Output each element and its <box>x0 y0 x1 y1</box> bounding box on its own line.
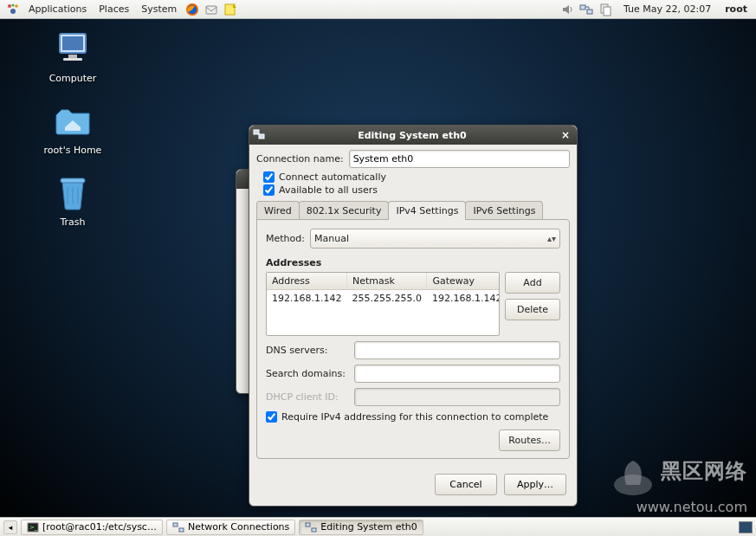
connection-name-input[interactable] <box>349 150 570 168</box>
watermark-line1: 黑区网络 <box>661 459 747 483</box>
panel-hide-button[interactable]: ◂ <box>3 520 17 534</box>
desktop-icon-label: root's Home <box>35 145 111 156</box>
mail-icon[interactable] <box>204 3 218 16</box>
cell-netmask: 255.255.255.0 <box>346 290 426 307</box>
tab-wired[interactable]: Wired <box>256 201 300 220</box>
chevron-updown-icon: ▴▾ <box>547 234 556 243</box>
svg-rect-22 <box>173 523 178 526</box>
available-all-users-label: Available to all users <box>279 184 378 196</box>
firefox-icon[interactable] <box>185 3 199 16</box>
search-domains-label: Search domains: <box>266 368 349 379</box>
require-ipv4-label: Require IPv4 addressing for this connect… <box>281 411 548 423</box>
svg-rect-14 <box>68 55 77 58</box>
ipv4-settings-panel: Method: Manual ▴▾ Addresses Address Netm… <box>256 219 570 459</box>
bottom-panel: ◂ >_ [root@rac01:/etc/sysc… Network Conn… <box>0 517 756 536</box>
network-icon <box>172 521 184 533</box>
svg-rect-11 <box>604 7 611 16</box>
method-value: Manual <box>314 233 349 244</box>
cell-gateway: 192.168.1.142 <box>427 290 500 307</box>
clipboard-icon[interactable] <box>598 3 612 16</box>
dialog-titlebar[interactable]: Editing System eth0 × <box>249 126 577 145</box>
edit-connection-dialog: Editing System eth0 × Connection name: C… <box>249 125 578 507</box>
svg-point-1 <box>12 3 15 6</box>
network-settings-icon <box>305 521 317 533</box>
task-label: [root@rac01:/etc/sysc… <box>42 521 157 533</box>
svg-rect-16 <box>61 178 85 183</box>
method-select[interactable]: Manual ▴▾ <box>310 229 560 249</box>
dns-servers-input[interactable] <box>354 341 560 359</box>
task-network-connections[interactable]: Network Connections <box>166 520 295 535</box>
terminal-icon: >_ <box>27 521 39 533</box>
available-all-users-checkbox[interactable] <box>263 184 275 196</box>
table-row[interactable]: 192.168.1.142 255.255.255.0 192.168.1.14… <box>267 290 500 307</box>
svg-rect-8 <box>580 5 585 10</box>
close-icon[interactable]: × <box>558 129 573 141</box>
svg-rect-17 <box>254 130 259 134</box>
tab-ipv4-settings[interactable]: IPv4 Settings <box>388 201 466 220</box>
svg-rect-25 <box>312 528 316 532</box>
desktop-icon-home[interactable]: root's Home <box>35 100 111 156</box>
svg-point-0 <box>8 4 11 8</box>
tabs: Wired 802.1x Security IPv4 Settings IPv6… <box>256 201 570 220</box>
connect-automatically-label: Connect automatically <box>279 171 386 183</box>
dns-servers-label: DNS servers: <box>266 345 349 356</box>
network-settings-icon <box>253 128 267 142</box>
tab-ipv6-settings[interactable]: IPv6 Settings <box>465 201 543 220</box>
routes-button[interactable]: Routes… <box>499 429 560 451</box>
addresses-table[interactable]: Address Netmask Gateway 192.168.1.142 25… <box>266 272 500 336</box>
watermark: 黑区网络 www.netou.com <box>609 450 747 515</box>
search-domains-input[interactable] <box>354 365 560 383</box>
task-label: Editing System eth0 <box>320 521 417 533</box>
col-netmask[interactable]: Netmask <box>346 273 426 290</box>
workspace-switcher[interactable] <box>739 521 753 533</box>
trash-icon <box>52 171 94 213</box>
svg-rect-23 <box>179 528 184 532</box>
dialog-title: Editing System eth0 <box>267 130 558 141</box>
user-menu[interactable]: root <box>720 2 753 16</box>
col-gateway[interactable]: Gateway <box>427 273 500 290</box>
desktop-icon-trash[interactable]: Trash <box>35 171 111 228</box>
desktop-icon-label: Computer <box>35 73 111 84</box>
require-ipv4-checkbox[interactable] <box>266 411 277 423</box>
svg-rect-24 <box>306 523 310 526</box>
svg-point-3 <box>10 9 16 14</box>
task-editing-eth0[interactable]: Editing System eth0 <box>299 520 423 535</box>
tab-8021x-security[interactable]: 802.1x Security <box>299 201 390 220</box>
dhcp-client-id-input <box>354 388 560 406</box>
svg-rect-18 <box>259 134 264 139</box>
svg-text:>_: >_ <box>29 524 38 531</box>
svg-point-2 <box>15 4 18 8</box>
cell-address: 192.168.1.142 <box>267 290 346 307</box>
clock[interactable]: Tue May 22, 02:07 <box>615 2 720 16</box>
notes-icon[interactable] <box>223 3 237 16</box>
desktop-icon-computer[interactable]: Computer <box>35 28 111 84</box>
desktop-icons: Computer root's Home Trash <box>35 28 111 243</box>
desktop-icon-label: Trash <box>35 216 111 228</box>
home-folder-icon <box>52 100 94 141</box>
task-terminal[interactable]: >_ [root@rac01:/etc/sysc… <box>21 520 163 535</box>
apply-button[interactable]: Apply… <box>504 474 566 495</box>
add-button[interactable]: Add <box>505 272 560 294</box>
svg-rect-9 <box>587 10 592 14</box>
menu-applications[interactable]: Applications <box>23 2 93 16</box>
network-icon[interactable] <box>579 3 593 16</box>
svg-rect-15 <box>63 58 82 61</box>
connection-name-label: Connection name: <box>256 153 344 165</box>
svg-point-19 <box>614 475 652 495</box>
gnome-foot-icon <box>6 3 20 16</box>
addresses-title: Addresses <box>266 257 560 268</box>
svg-rect-6 <box>206 6 216 14</box>
watermark-line2: www.netou.com <box>636 499 747 515</box>
method-label: Method: <box>266 233 305 244</box>
task-label: Network Connections <box>188 521 289 533</box>
window-icon <box>240 172 249 186</box>
volume-icon[interactable] <box>560 3 574 16</box>
menu-system[interactable]: System <box>135 2 183 16</box>
menu-places[interactable]: Places <box>93 2 135 16</box>
col-address[interactable]: Address <box>267 273 346 290</box>
top-panel: Applications Places System Tue May 22, 0… <box>0 0 756 19</box>
connect-automatically-checkbox[interactable] <box>263 171 275 183</box>
dhcp-client-id-label: DHCP client ID: <box>266 391 349 403</box>
cancel-button[interactable]: Cancel <box>435 474 497 495</box>
delete-button[interactable]: Delete <box>505 299 560 320</box>
